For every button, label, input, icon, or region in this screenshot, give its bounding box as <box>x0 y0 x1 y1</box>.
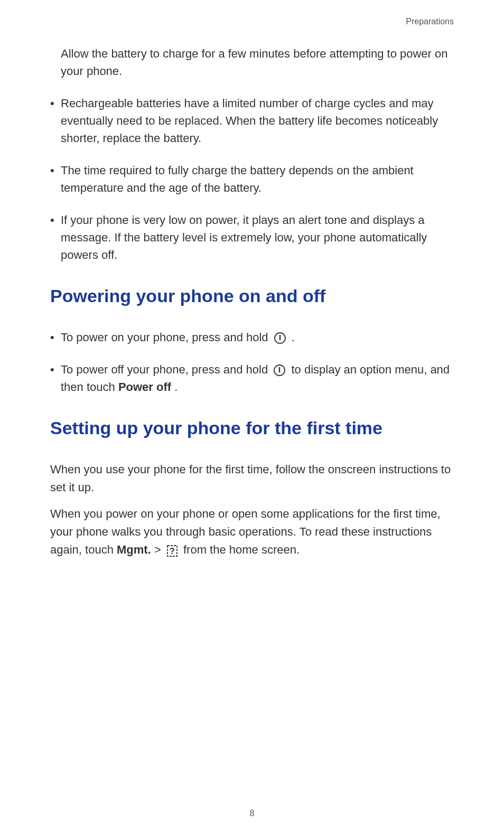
svg-rect-1 <box>279 335 281 340</box>
section-header-label: Preparations <box>406 17 454 26</box>
power-on-text-post: . <box>292 331 295 344</box>
bullet-item-charge-time: The time required to fully charge the ba… <box>50 162 454 196</box>
page-content: Allow the battery to charge for a few mi… <box>50 45 454 559</box>
intro-paragraph: Allow the battery to charge for a few mi… <box>50 45 454 80</box>
heading-powering-phone: Powering your phone on and off <box>50 286 454 306</box>
power-off-text-pre: To power off your phone, press and hold <box>61 363 271 376</box>
power-off-bold-label: Power off <box>118 380 171 394</box>
power-button-icon <box>274 332 286 344</box>
heading-setting-up-phone: Setting up your phone for the first time <box>50 418 454 438</box>
svg-rect-3 <box>279 367 280 372</box>
setup-p2-post: from the home screen. <box>183 543 300 556</box>
bullet-item-power-off: To power off your phone, press and hold … <box>50 361 454 396</box>
svg-text:?: ? <box>170 547 175 556</box>
bullet-item-battery-cycles: Rechargeable batteries have a limited nu… <box>50 95 454 147</box>
setup-p2-mid: > <box>154 543 164 556</box>
page-number: 8 <box>250 809 255 818</box>
mgmt-bold-label: Mgmt. <box>117 543 151 556</box>
power-button-icon <box>273 364 286 377</box>
setup-paragraph-1: When you use your phone for the first ti… <box>50 461 454 497</box>
setup-paragraph-2: When you power on your phone or open som… <box>50 505 454 559</box>
power-off-text-post: . <box>174 380 178 394</box>
bullet-item-low-power: If your phone is very low on power, it p… <box>50 211 454 264</box>
bullet-item-power-on: To power on your phone, press and hold . <box>50 329 454 346</box>
help-question-icon: ? <box>166 545 178 557</box>
power-on-text-pre: To power on your phone, press and hold <box>61 331 272 344</box>
